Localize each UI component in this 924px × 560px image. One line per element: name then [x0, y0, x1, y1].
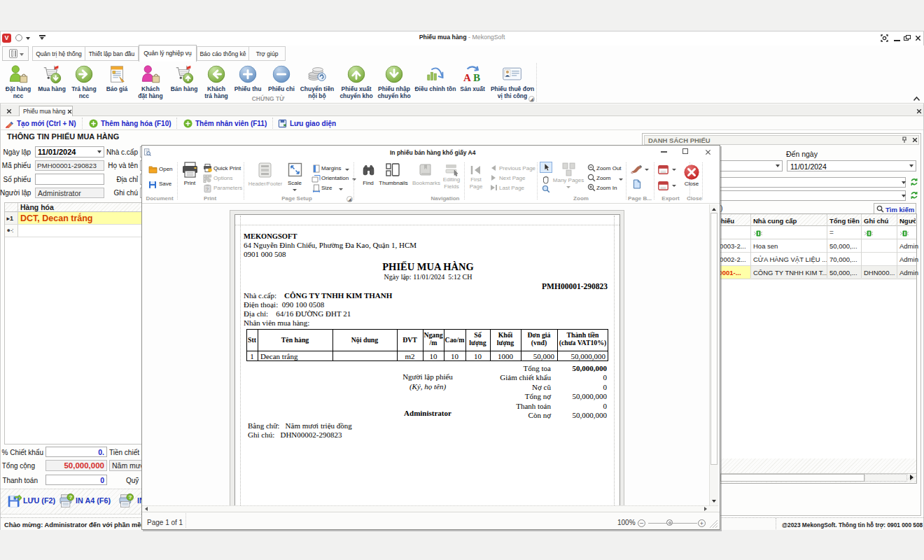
svg-text:B: B: [473, 72, 480, 83]
svg-text:?: ?: [206, 187, 209, 192]
svg-text:?: ?: [129, 494, 132, 500]
svg-text:A: A: [463, 72, 471, 83]
svg-text:?: ?: [69, 494, 73, 500]
